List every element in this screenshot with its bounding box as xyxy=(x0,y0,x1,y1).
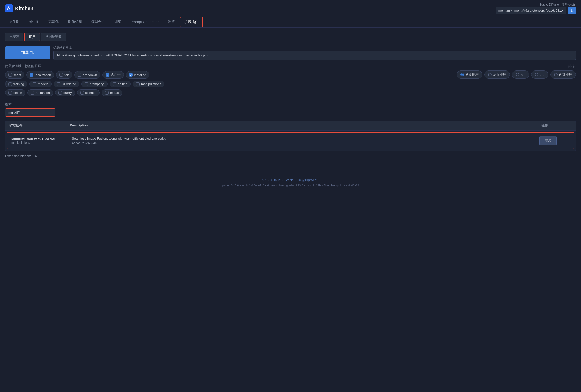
nav-item-txt2img[interactable]: 文生图 xyxy=(5,17,24,27)
search-section: 搜索 xyxy=(5,102,576,117)
kitchen-logo-icon xyxy=(5,4,13,12)
nav-item-prompt-gen[interactable]: Prompt Generator xyxy=(126,17,163,27)
filters-col: 隐藏含有以下标签的扩展 script ✓ localization tab dr xyxy=(5,64,457,98)
tag-dropdown[interactable]: dropdown xyxy=(74,71,100,79)
col-header-plugin: 扩展插件 xyxy=(9,123,70,128)
model-refresh-button[interactable]: ↻ xyxy=(568,7,576,14)
tag-editing[interactable]: editing xyxy=(110,81,131,87)
tag-manipulations[interactable]: manipulations xyxy=(133,81,164,87)
col-header-description: Description xyxy=(70,123,541,128)
tag-script-label: script xyxy=(13,73,21,77)
tag-online-check xyxy=(8,91,12,95)
cell-ext-name: MultiDiffusion with Tiled VAE manipulati… xyxy=(11,137,72,145)
tag-tab[interactable]: tab xyxy=(56,71,72,79)
search-input[interactable] xyxy=(5,108,55,117)
tag-localization[interactable]: ✓ localization xyxy=(26,71,54,79)
load-section: 加载自: 扩展列表网址 xyxy=(5,45,576,60)
tag-models[interactable]: models xyxy=(29,81,52,87)
nav-item-upscale[interactable]: 高清化 xyxy=(44,17,63,27)
tag-extras-label: extras xyxy=(110,91,119,95)
tag-tab-check xyxy=(59,73,63,77)
tag-models-label: models xyxy=(38,82,48,86)
sort-newest-label: 从新排序 xyxy=(465,72,479,77)
nav-item-settings[interactable]: 设置 xyxy=(164,17,179,27)
tag-animation-check xyxy=(31,91,34,95)
footer-links: API · Github · Gradio · 重新加载WebUI xyxy=(5,178,576,182)
cell-action: 安装 xyxy=(539,136,570,145)
model-selector: meinamix_meinaV9.safetensors [eac6c08...… xyxy=(496,7,576,14)
dropdown-arrow-icon: ▾ xyxy=(562,9,564,12)
tag-online[interactable]: online xyxy=(5,89,25,96)
tag-animation[interactable]: animation xyxy=(27,89,53,96)
sort-col: 排序 从新排序 从旧排序 a-z z-a xyxy=(457,64,576,98)
col-header-action: 操作 xyxy=(541,123,572,128)
tag-script[interactable]: script xyxy=(5,71,24,79)
model-value: meinamix_meinaV9.safetensors [eac6c08... xyxy=(498,9,562,12)
tag-manipulations-check xyxy=(136,82,140,86)
tag-manipulations-label: manipulations xyxy=(141,82,161,86)
app-name: Kitchen xyxy=(15,6,33,11)
search-label: 搜索 xyxy=(5,102,576,107)
tag-installed-check: ✓ xyxy=(129,73,133,77)
filter-tags-row3: online animation query science extras xyxy=(5,89,457,96)
logo: Kitchen xyxy=(5,4,33,12)
model-dropdown[interactable]: meinamix_meinaV9.safetensors [eac6c08...… xyxy=(496,7,566,14)
footer-reload-link[interactable]: 重新加载WebUI xyxy=(298,178,319,182)
nav-item-train[interactable]: 训练 xyxy=(110,17,125,27)
tag-prompting[interactable]: prompting xyxy=(81,81,108,87)
tag-ads[interactable]: ✓ 含广告 xyxy=(102,71,124,79)
sort-newest[interactable]: 从新排序 xyxy=(457,70,482,79)
tag-localization-label: localization xyxy=(35,73,51,77)
tab-installed[interactable]: 已安装 xyxy=(5,33,23,41)
tag-science[interactable]: science xyxy=(77,89,100,96)
tag-ui-related-label: UI related xyxy=(62,82,76,86)
sort-oldest[interactable]: 从旧排序 xyxy=(484,70,510,79)
footer-api-link[interactable]: API xyxy=(262,178,266,182)
desc-text: Seamless Image Fusion, along with vram e… xyxy=(72,137,539,140)
install-button[interactable]: 安装 xyxy=(539,136,557,145)
tag-extras[interactable]: extras xyxy=(102,89,122,96)
filter-tags-row1: script ✓ localization tab dropdown ✓ 含广告 xyxy=(5,71,457,79)
tab-available[interactable]: 可用 xyxy=(24,33,40,41)
sort-oldest-label: 从旧排序 xyxy=(493,72,506,77)
nav-item-img2img[interactable]: 图生图 xyxy=(25,17,43,27)
nav-item-imginfo[interactable]: 图像信息 xyxy=(64,17,86,27)
tag-editing-label: editing xyxy=(118,82,127,86)
hidden-count: Extension hidden: 137 xyxy=(5,154,576,158)
tag-animation-label: animation xyxy=(36,91,50,95)
tag-science-check xyxy=(80,91,84,95)
table-row: MultiDiffusion with Tiled VAE manipulati… xyxy=(7,132,574,149)
tag-training[interactable]: training xyxy=(5,81,27,87)
nav-item-extensions[interactable]: 扩展插件 xyxy=(180,17,203,27)
tag-ui-related-check xyxy=(57,82,60,86)
footer-github-link[interactable]: Github xyxy=(271,178,280,182)
sort-newest-radio xyxy=(460,73,464,76)
tab-from-url[interactable]: 从网址安装 xyxy=(41,33,66,41)
tag-query[interactable]: query xyxy=(55,89,75,96)
tag-ads-check: ✓ xyxy=(106,73,109,77)
tag-dropdown-label: dropdown xyxy=(83,73,97,77)
tag-query-check xyxy=(58,91,62,95)
url-input[interactable] xyxy=(53,51,576,60)
model-label: Stable Diffusion 模型(ckpt) xyxy=(539,3,575,7)
table-header: 扩展插件 Description 操作 xyxy=(5,121,576,131)
tag-editing-check xyxy=(113,82,116,86)
url-input-group: 扩展列表网址 xyxy=(53,45,576,60)
load-button[interactable]: 加载自: xyxy=(5,46,50,59)
sort-internal[interactable]: 内部排序 xyxy=(550,70,576,79)
tag-installed[interactable]: ✓ installed xyxy=(126,71,150,79)
url-label: 扩展列表网址 xyxy=(53,45,576,50)
tag-training-label: training xyxy=(13,82,24,86)
sort-az[interactable]: a-z xyxy=(512,70,529,79)
tag-ads-label: 含广告 xyxy=(111,73,121,77)
nav-item-merge[interactable]: 模型合并 xyxy=(87,17,109,27)
sort-za[interactable]: z-a xyxy=(531,70,548,79)
sort-za-radio xyxy=(535,73,538,76)
footer: API · Github · Gradio · 重新加载WebUI python… xyxy=(0,173,581,192)
tag-tab-label: tab xyxy=(64,73,69,77)
footer-gradio-link[interactable]: Gradio xyxy=(285,178,294,182)
tag-ui-related[interactable]: UI related xyxy=(54,81,79,87)
filters-sort-row: 隐藏含有以下标签的扩展 script ✓ localization tab dr xyxy=(5,64,576,98)
footer-info: python:3.10.6 • torch: 2.0.0+cu118 • xfo… xyxy=(5,184,576,187)
topbar: Kitchen Stable Diffusion 模型(ckpt) meinam… xyxy=(0,0,581,17)
